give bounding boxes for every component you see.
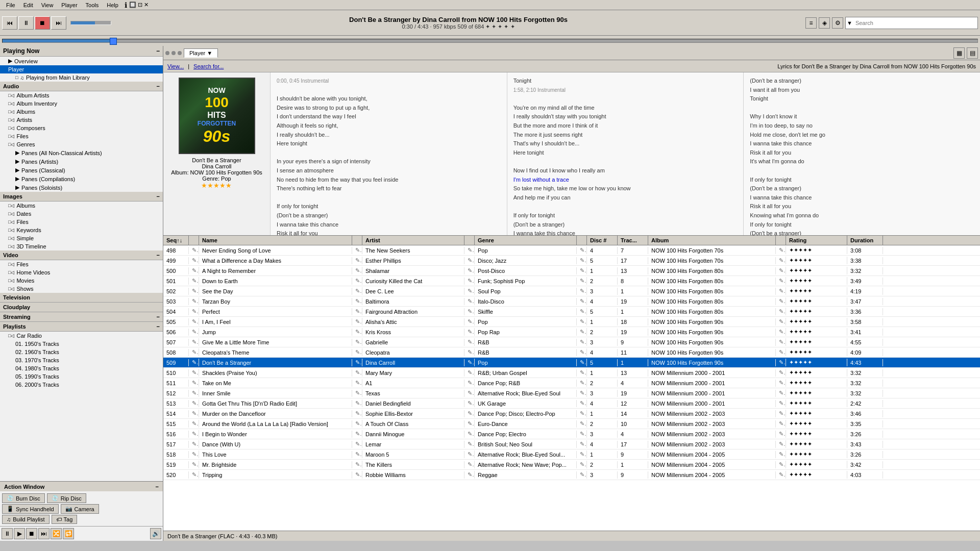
sidebar-item-img-simple[interactable]: □◁ Simple (0, 234, 163, 242)
sidebar-item-1980s[interactable]: 04. 1980's Tracks (0, 364, 163, 372)
collapse-images-icon[interactable]: − (157, 193, 160, 199)
track-row[interactable]: 518✎This Love✎Maroon 5✎Alternative Rock;… (163, 449, 980, 460)
player-dot-2[interactable] (172, 51, 176, 55)
th-name[interactable]: Name (199, 236, 352, 245)
sidebar-item-panes-classical[interactable]: ▶ Panes (Classical) (0, 166, 163, 174)
sidebar-item-album-inventory[interactable]: □◁ Album Inventory (0, 99, 163, 108)
search-for-link[interactable]: Search for... (193, 63, 224, 69)
tag-button[interactable]: 🏷 Tag (52, 515, 78, 524)
sidebar-item-car-radio[interactable]: □◁ Car Radio (0, 332, 163, 340)
th-album[interactable]: Album (648, 236, 776, 245)
progress-track[interactable] (2, 39, 978, 43)
sidebar-item-panes-artists[interactable]: ▶ Panes (Artists) (0, 157, 163, 166)
tab-player[interactable]: Player ▼ (184, 48, 218, 58)
track-row[interactable]: 519✎Mr. Brightside✎The Killers✎Alternati… (163, 460, 980, 470)
th-seq[interactable]: Seq↑↓ (163, 236, 189, 245)
sidebar-icon-vol[interactable]: 🔊 (150, 528, 161, 539)
build-playlist-button[interactable]: ♫ Build Playlist (2, 515, 50, 524)
view-toggle-1[interactable]: ▦ (953, 47, 965, 59)
sidebar-icon-6[interactable]: 🔁 (63, 528, 74, 539)
sync-button[interactable]: 📱 Sync Handheld (2, 504, 59, 514)
th-genre[interactable]: Genre (475, 236, 577, 245)
sidebar-item-playing-library[interactable]: □ ♫ Playing from Main Library (0, 73, 163, 82)
sidebar-item-panes-compilations[interactable]: ▶ Panes (Compilations) (0, 174, 163, 183)
sidebar-item-player[interactable]: Player (0, 65, 163, 73)
menu-player[interactable]: Player (57, 2, 81, 9)
next-button[interactable]: ⏭ (51, 16, 66, 30)
settings-button[interactable]: ⚙ (832, 17, 843, 29)
track-row[interactable]: 508✎Cleopatra's Theme✎Cleopatra✎R&B✎411N… (163, 347, 980, 358)
camera-button[interactable]: 📷 Camera (61, 504, 99, 514)
sidebar-item-home-videos[interactable]: □◁ Home Videos (0, 268, 163, 277)
track-row[interactable]: 517✎Dance (With U)✎Lemar✎British Soul; N… (163, 439, 980, 449)
sidebar-item-albums[interactable]: □◁ Albums (0, 108, 163, 116)
search-input[interactable] (853, 19, 977, 27)
sidebar-item-1990s[interactable]: 05. 1990's Tracks (0, 372, 163, 381)
track-row[interactable]: 512✎Inner Smile✎Texas✎Alternative Rock; … (163, 388, 980, 398)
sidebar-item-img-dates[interactable]: □◁ Dates (0, 210, 163, 218)
prev-button[interactable]: ⏮ (2, 16, 17, 30)
track-row[interactable]: 509✎Don't Be a Stranger✎Dina Carroll✎Pop… (163, 358, 980, 368)
sidebar-item-panes-all[interactable]: ▶ Panes (All Non-Classical Artists) (0, 148, 163, 157)
stop-button[interactable]: ⏹ (35, 16, 50, 30)
th-duration[interactable]: Duration (847, 236, 883, 245)
sidebar-icon-4[interactable]: ⏭ (38, 528, 50, 539)
track-row[interactable]: 502✎See the Day✎Dee C. Lee✎Soul Pop✎31NO… (163, 286, 980, 296)
sidebar-item-movies[interactable]: □◁ Movies (0, 277, 163, 285)
sidebar-item-shows[interactable]: □◁ Shows (0, 285, 163, 293)
sidebar-item-artists[interactable]: □◁ Artists (0, 116, 163, 124)
track-row[interactable]: 501✎Down to Earth✎Curiosity Killed the C… (163, 276, 980, 286)
track-row[interactable]: 516✎I Begin to Wonder✎Dannii Minogue✎Dan… (163, 429, 980, 439)
track-row[interactable]: 520✎Tripping✎Robbie Williams✎Reggae✎39NO… (163, 470, 980, 480)
vis-button[interactable]: ◈ (819, 17, 830, 29)
search-dropdown-icon[interactable]: ▼ (846, 19, 853, 27)
help-icon[interactable]: ℹ (125, 1, 127, 9)
track-row[interactable]: 504✎Perfect✎Fairground Attraction✎Skiffl… (163, 307, 980, 317)
track-row[interactable]: 505✎I Am, I Feel✎Alisha's Attic✎Pop✎118N… (163, 317, 980, 327)
menu-help[interactable]: Help (103, 2, 122, 9)
sidebar-item-overview[interactable]: ▶ Overview (0, 57, 163, 65)
sidebar-item-img-keywords[interactable]: □◁ Keywords (0, 226, 163, 234)
th-rating[interactable]: Rating (786, 236, 847, 245)
th-track[interactable]: Trac... (618, 236, 648, 245)
sidebar-item-img-3d[interactable]: □◁ 3D Timeline (0, 242, 163, 251)
collapse-playlists-icon[interactable]: − (157, 323, 160, 330)
sidebar-icon-1[interactable]: ⏸ (2, 528, 13, 539)
track-row[interactable]: 499✎What a Difference a Day Makes✎Esther… (163, 256, 980, 266)
track-row[interactable]: 515✎Around the World (La La La La La) [R… (163, 419, 980, 429)
progress-thumb[interactable] (110, 38, 117, 45)
menu-edit[interactable]: Edit (19, 2, 37, 9)
burn-disc-button[interactable]: 💿 Burn Disc (2, 493, 45, 503)
sidebar-item-1960s[interactable]: 02. 1960's Tracks (0, 348, 163, 356)
th-artist[interactable]: Artist (362, 236, 464, 245)
sidebar-item-img-albums[interactable]: □◁ Albums (0, 202, 163, 210)
sidebar-item-files-audio[interactable]: □◁ Files (0, 132, 163, 140)
sidebar-icon-5[interactable]: 🔀 (51, 528, 62, 539)
collapse-playing-now[interactable]: − (156, 47, 160, 55)
track-row[interactable]: 514✎Murder on the Dancefloor✎Sophie Elli… (163, 409, 980, 419)
window-controls[interactable]: 🔲 ⊡ ✕ (129, 2, 149, 8)
track-row[interactable]: 503✎Tarzan Boy✎Baltimora✎Italo-Disco✎419… (163, 296, 980, 307)
menu-file[interactable]: File (2, 2, 19, 9)
th-disc[interactable]: Disc # (587, 236, 618, 245)
sidebar-item-1970s[interactable]: 03. 1970's Tracks (0, 356, 163, 364)
volume-slider[interactable] (70, 21, 111, 25)
collapse-streaming-icon[interactable]: − (157, 314, 160, 320)
player-dot-3[interactable] (178, 51, 182, 55)
collapse-video-icon[interactable]: − (157, 252, 160, 258)
sidebar-item-panes-soloists[interactable]: ▶ Panes (Soloists) (0, 183, 163, 192)
view-toggle-2[interactable]: ▤ (967, 47, 978, 59)
sidebar-icon-2[interactable]: ▶ (14, 528, 25, 539)
sidebar-item-2000s[interactable]: 06. 2000's Tracks (0, 381, 163, 389)
sidebar-icon-3[interactable]: ⏹ (26, 528, 37, 539)
view-link[interactable]: View... (167, 63, 184, 69)
rip-disc-button[interactable]: 💿 Rip Disc (47, 493, 86, 503)
track-row[interactable]: 513✎Gotta Get Thru This [D'n'D Radio Edi… (163, 398, 980, 409)
sidebar-item-1950s[interactable]: 01. 1950's Tracks (0, 340, 163, 348)
menu-tools[interactable]: Tools (82, 2, 103, 9)
track-row[interactable]: 507✎Give Me a Little More Time✎Gabrielle… (163, 337, 980, 347)
collapse-action-icon[interactable]: − (156, 484, 159, 490)
pause-button[interactable]: ⏸ (18, 16, 34, 30)
sidebar-item-genres[interactable]: □◁ Genres (0, 140, 163, 148)
eq-button[interactable]: ≡ (805, 17, 817, 29)
